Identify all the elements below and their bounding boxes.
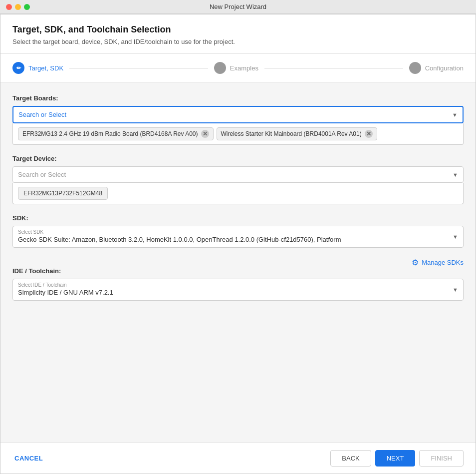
- ide-select-label: Select IDE / Toolchain: [13, 279, 463, 288]
- ide-select[interactable]: Select IDE / Toolchain Simplicity IDE / …: [12, 279, 464, 301]
- step-circle-target: ✏: [12, 62, 24, 74]
- close-button[interactable]: [6, 4, 12, 10]
- target-boards-select[interactable]: Search or Select ▼: [12, 106, 464, 123]
- target-boards-tags: EFR32MG13 2.4 GHz 19 dBm Radio Board (BR…: [12, 123, 464, 145]
- cancel-button[interactable]: CANCEL: [12, 451, 45, 466]
- main-window: Target, SDK, and Toolchain Selection Sel…: [0, 14, 476, 474]
- footer-right: BACK NEXT FINISH: [330, 450, 464, 467]
- step-examples: Examples: [214, 62, 258, 74]
- manage-sdks-label: Manage SDKs: [422, 259, 464, 266]
- window-controls: [6, 4, 30, 10]
- step-label-config: Configuration: [425, 64, 464, 72]
- maximize-button[interactable]: [24, 4, 30, 10]
- ide-toolchain-label: IDE / Toolchain:: [12, 267, 464, 275]
- wizard-title: Target, SDK, and Toolchain Selection: [12, 24, 464, 35]
- minimize-button[interactable]: [15, 4, 21, 10]
- ide-chevron-icon: ▼: [453, 287, 458, 293]
- target-device-label: Target Device:: [12, 155, 464, 162]
- step-circle-config: [409, 62, 421, 74]
- sdk-select-label: Select SDK: [13, 226, 463, 235]
- wizard-steps: ✏ Target, SDK Examples Configuration: [0, 54, 476, 82]
- target-device-chevron-icon: ▼: [453, 172, 458, 178]
- step-label-target: Target, SDK: [28, 64, 63, 72]
- target-boards-label: Target Boards:: [12, 94, 464, 102]
- content-area: Target Boards: Search or Select ▼ EFR32M…: [0, 82, 476, 443]
- target-device-select[interactable]: Search or Select ▼: [12, 166, 464, 183]
- tag-close-0[interactable]: ✕: [201, 130, 209, 138]
- target-board-tag-0: EFR32MG13 2.4 GHz 19 dBm Radio Board (BR…: [18, 127, 214, 140]
- target-board-tag-1: Wireless Starter Kit Mainboard (BRD4001A…: [217, 127, 377, 140]
- ide-select-value: Simplicity IDE / GNU ARM v7.2.1: [13, 288, 463, 300]
- target-device-value: EFR32MG13P732F512GM48: [18, 187, 108, 200]
- tag-close-1[interactable]: ✕: [365, 130, 373, 138]
- sdk-select-value: Gecko SDK Suite: Amazon, Bluetooth 3.2.0…: [13, 235, 463, 247]
- step-circle-examples: [214, 62, 226, 74]
- manage-sdks-button[interactable]: ⚙ Manage SDKs: [12, 258, 464, 267]
- target-device-placeholder: Search or Select: [18, 171, 451, 178]
- pencil-icon: ✏: [16, 65, 21, 71]
- wizard-header: Target, SDK, and Toolchain Selection Sel…: [0, 14, 476, 54]
- back-button[interactable]: BACK: [330, 450, 371, 467]
- ide-toolchain-section: IDE / Toolchain: Select IDE / Toolchain …: [12, 267, 464, 301]
- sdk-chevron-icon: ▼: [453, 234, 458, 240]
- tag-text-1: Wireless Starter Kit Mainboard (BRD4001A…: [221, 130, 362, 137]
- target-device-tag-container: EFR32MG13P732F512GM48: [12, 183, 464, 204]
- title-bar: New Project Wizard: [0, 0, 476, 14]
- step-line-1: [69, 68, 208, 68]
- target-boards-placeholder: Search or Select: [18, 111, 450, 118]
- footer-left: CANCEL: [12, 451, 45, 466]
- target-device-section: Target Device: Search or Select ▼ EFR32M…: [12, 155, 464, 204]
- sdk-section: SDK: Select SDK Gecko SDK Suite: Amazon,…: [12, 214, 464, 248]
- wizard-footer: CANCEL BACK NEXT FINISH: [0, 443, 476, 474]
- wizard-subtitle: Select the target board, device, SDK, an…: [12, 38, 464, 45]
- step-target-sdk: ✏ Target, SDK: [12, 62, 63, 74]
- step-line-2: [264, 68, 403, 68]
- window-title: New Project Wizard: [210, 3, 266, 10]
- next-button[interactable]: NEXT: [375, 450, 416, 467]
- target-boards-section: Target Boards: Search or Select ▼ EFR32M…: [12, 94, 464, 145]
- sdk-label: SDK:: [12, 214, 464, 222]
- sdk-select[interactable]: Select SDK Gecko SDK Suite: Amazon, Blue…: [12, 226, 464, 248]
- step-configuration: Configuration: [409, 62, 464, 74]
- target-boards-chevron-icon: ▼: [452, 112, 458, 118]
- tag-text-0: EFR32MG13 2.4 GHz 19 dBm Radio Board (BR…: [22, 130, 198, 137]
- finish-button[interactable]: FINISH: [419, 450, 464, 467]
- gear-icon: ⚙: [412, 258, 419, 267]
- step-label-examples: Examples: [230, 64, 258, 72]
